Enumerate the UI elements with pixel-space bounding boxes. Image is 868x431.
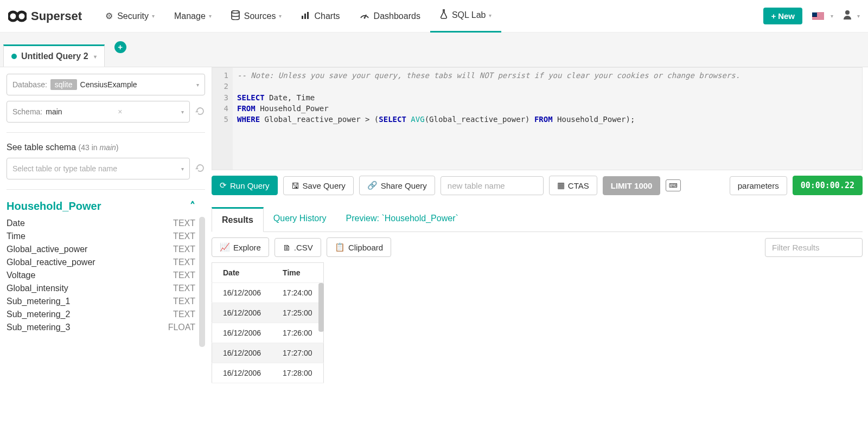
line-gutter: 1 2 3 4 5 [212, 68, 233, 170]
explore-label: Explore [233, 243, 261, 252]
column-row[interactable]: VoltageTEXT [7, 269, 195, 282]
chevron-down-icon: ▾ [209, 13, 212, 19]
column-name: Sub_metering_2 [7, 310, 70, 319]
database-icon [231, 10, 240, 22]
results-table: DateTime 16/12/200617:24:0016/12/200617:… [212, 262, 324, 383]
table-cell: 17:25:00 [272, 303, 323, 323]
query-tab[interactable]: Untitled Query 2 ▾ [3, 44, 105, 67]
user-icon [843, 10, 852, 22]
tab-preview[interactable]: Preview: `Household_Power` [336, 207, 468, 231]
table-cell: 17:26:00 [272, 323, 323, 343]
explore-button[interactable]: 📈 Explore [212, 237, 269, 257]
nav-dashboards[interactable]: Dashboards [350, 0, 430, 33]
table-name-label: Household_Power [7, 200, 101, 213]
add-tab-button[interactable]: + [114, 41, 126, 53]
chain-icon [8, 10, 27, 22]
query-tabs-bar: Untitled Query 2 ▾ + [0, 33, 868, 67]
clipboard-label: Clipboard [348, 243, 383, 252]
scrollbar[interactable] [318, 283, 324, 332]
scrollbar[interactable] [199, 217, 205, 347]
column-name: Global_reactive_power [7, 258, 95, 267]
table-row[interactable]: 16/12/200617:24:00 [212, 283, 324, 303]
locale-selector[interactable]: ▾ [812, 12, 833, 20]
see-schema-label: See table schema [7, 143, 76, 152]
svg-point-7 [363, 17, 365, 18]
table-cell: 16/12/2006 [212, 363, 272, 383]
column-name: Sub_metering_3 [7, 323, 70, 332]
csv-button[interactable]: 🗎 .CSV [275, 238, 321, 257]
column-type: TEXT [173, 245, 195, 254]
refresh-schema-button[interactable] [195, 106, 205, 118]
clear-icon[interactable]: × [118, 107, 122, 116]
tab-query-history[interactable]: Query History [264, 207, 336, 231]
column-row[interactable]: Global_active_powerTEXT [7, 243, 195, 256]
limit-button[interactable]: LIMIT 1000 [603, 176, 661, 195]
column-name: Global_intensity [7, 284, 68, 293]
keyboard-icon: ⌨ [669, 182, 678, 189]
new-button[interactable]: + New [763, 8, 802, 24]
params-label: parameters [738, 181, 779, 190]
column-type: FLOAT [168, 323, 195, 332]
table-row[interactable]: 16/12/200617:27:00 [212, 343, 324, 363]
line-chart-icon: 📈 [220, 242, 230, 252]
svg-rect-4 [304, 14, 306, 19]
nav-sql-lab[interactable]: SQL Lab ▾ [430, 0, 502, 33]
chevron-down-icon: ▾ [857, 13, 860, 19]
table-cell: 16/12/2006 [212, 283, 272, 303]
ctas-button[interactable]: ▦ CTAS [549, 176, 597, 195]
table-row[interactable]: 16/12/200617:25:00 [212, 303, 324, 323]
svg-point-8 [845, 10, 850, 15]
share-query-button[interactable]: 🔗 Share Query [359, 176, 435, 195]
column-type: TEXT [173, 218, 195, 228]
chevron-down-icon: ▾ [181, 109, 184, 115]
chevron-down-icon: ▾ [279, 13, 282, 19]
table-selector[interactable]: Select table or type table name ▾ [7, 158, 190, 179]
refresh-icon: ⟳ [220, 181, 227, 190]
nav-security-label: Security [117, 11, 149, 21]
column-row[interactable]: Sub_metering_3FLOAT [7, 321, 195, 334]
user-menu[interactable]: ▾ [843, 10, 860, 22]
column-type: TEXT [173, 297, 195, 306]
results-table-wrap: DateTime 16/12/200617:24:0016/12/200617:… [212, 262, 324, 383]
column-name: Sub_metering_1 [7, 297, 70, 306]
query-toolbar: ⟳ Run Query 🖫 Save Query 🔗 Share Query ▦… [212, 170, 863, 201]
table-header-cell[interactable]: Time [272, 263, 323, 283]
column-row[interactable]: Global_reactive_powerTEXT [7, 256, 195, 269]
clipboard-icon: 📋 [335, 242, 345, 252]
nav-charts[interactable]: Charts [291, 0, 349, 33]
nav-security[interactable]: ⚙ Security ▾ [95, 0, 164, 33]
table-header[interactable]: Household_Power ˄ [7, 200, 205, 213]
parameters-button[interactable]: parameters [730, 176, 787, 195]
column-row[interactable]: Sub_metering_1TEXT [7, 295, 195, 308]
schema-value: main [46, 107, 62, 116]
refresh-tables-button[interactable] [195, 163, 205, 175]
table-cell: 16/12/2006 [212, 303, 272, 323]
code-area[interactable]: -- Note: Unless you save your query, the… [233, 68, 744, 170]
table-selector-placeholder: Select table or type table name [12, 164, 117, 173]
new-button-label: New [778, 11, 795, 21]
left-sidebar: Database: sqlite CensiusExample ▾ Schema… [0, 67, 212, 385]
column-row[interactable]: Sub_metering_2TEXT [7, 308, 195, 321]
database-value: CensiusExample [80, 80, 137, 89]
run-query-button[interactable]: ⟳ Run Query [212, 176, 278, 195]
column-row[interactable]: Global_intensityTEXT [7, 282, 195, 295]
tab-results[interactable]: Results [212, 207, 264, 232]
table-header-cell[interactable]: Date [212, 263, 272, 283]
column-row[interactable]: TimeTEXT [7, 230, 195, 243]
database-selector[interactable]: Database: sqlite CensiusExample ▾ [7, 74, 205, 95]
filter-results-input[interactable] [765, 238, 863, 257]
sql-editor[interactable]: 1 2 3 4 5 -- Note: Unless you save your … [212, 67, 863, 170]
keyboard-shortcuts-button[interactable]: ⌨ [666, 179, 681, 191]
clipboard-button[interactable]: 📋 Clipboard [327, 237, 391, 257]
nav-manage[interactable]: Manage ▾ [164, 0, 221, 33]
nav-sources[interactable]: Sources ▾ [221, 0, 292, 33]
schema-selector[interactable]: Schema: main × ▾ [7, 101, 190, 123]
new-table-name-input[interactable] [441, 176, 544, 195]
save-query-button[interactable]: 🖫 Save Query [283, 176, 354, 195]
save-label: Save Query [303, 181, 346, 190]
brand-logo[interactable]: Superset [8, 9, 82, 23]
table-row[interactable]: 16/12/200617:28:00 [212, 363, 324, 383]
column-row[interactable]: DateTEXT [7, 217, 195, 230]
see-schema-header: See table schema (43 in main) [7, 143, 205, 152]
table-row[interactable]: 16/12/200617:26:00 [212, 323, 324, 343]
